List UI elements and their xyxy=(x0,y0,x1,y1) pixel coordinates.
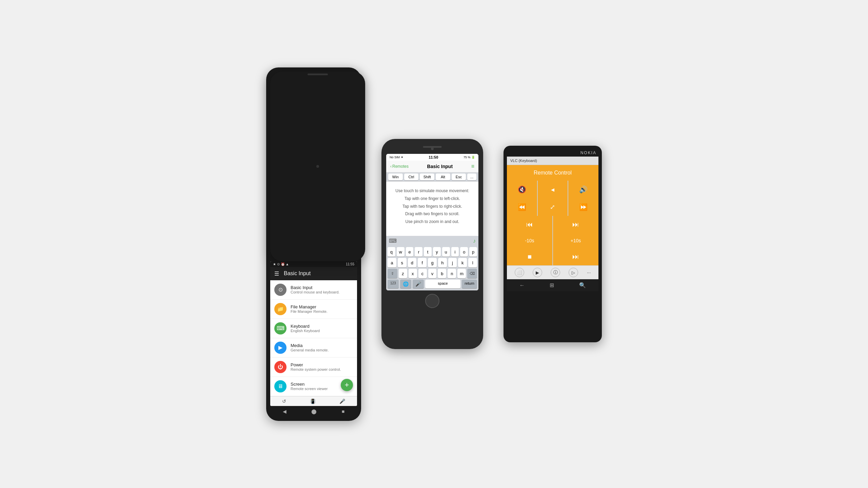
vlc-prev-next-row: ⏮ ⏭ xyxy=(507,216,598,233)
vlc-keyboard-label: VLC (Keyboard) xyxy=(510,159,537,163)
item-name: Media xyxy=(291,343,329,348)
vlc-skip-row: -10s +10s xyxy=(507,233,598,248)
key-t[interactable]: t xyxy=(424,247,432,257)
key-e[interactable]: e xyxy=(406,247,414,257)
nokia-search-icon[interactable]: 🔍 xyxy=(579,282,586,288)
taskbar-screen-icon[interactable]: ⬜ xyxy=(515,268,524,277)
key-w[interactable]: w xyxy=(397,247,405,257)
key-z[interactable]: z xyxy=(399,269,407,278)
item-desc: Remote system power control. xyxy=(291,367,341,371)
key-d[interactable]: d xyxy=(408,258,417,267)
mic-key[interactable]: 🎤 xyxy=(413,280,424,288)
more-keys-button[interactable]: ... xyxy=(467,174,476,180)
music-note-icon[interactable]: ♪ xyxy=(473,238,476,244)
vol-mute-button[interactable]: 🔇 xyxy=(507,181,537,198)
instruction-line-3: Tap with two fingers to right-click. xyxy=(390,203,474,210)
ios-menu-button[interactable]: ≡ xyxy=(471,163,474,169)
key-p[interactable]: p xyxy=(469,247,477,257)
item-name: File Manager xyxy=(291,304,328,309)
space-key[interactable]: space xyxy=(425,280,461,288)
list-item-basic-input[interactable]: ⊙ Basic Input Control mouse and keyboard… xyxy=(270,280,357,300)
next-button[interactable]: ⏭ xyxy=(553,216,598,233)
list-item-keyboard[interactable]: ⌨ Keyboard English Keyboard xyxy=(270,319,357,338)
vol-up-button[interactable]: 🔊 xyxy=(568,181,598,198)
keyboard-bottom-row: 123 🌐 🎤 space return xyxy=(388,280,477,288)
fab-add-button[interactable]: + xyxy=(341,379,353,391)
key-v[interactable]: v xyxy=(428,269,437,278)
key-a[interactable]: a xyxy=(388,258,396,267)
mic-icon[interactable]: 🎤 xyxy=(339,399,345,404)
ios-status-right: 75 % 🔋 xyxy=(463,156,475,159)
taskbar-info-icon[interactable]: ⓘ xyxy=(551,268,560,277)
refresh-icon[interactable]: ↺ xyxy=(282,399,286,404)
key-i[interactable]: i xyxy=(451,247,459,257)
prev-button[interactable]: ⏮ xyxy=(507,216,552,233)
keyboard-toggle-icon[interactable]: ⌨ xyxy=(389,238,397,244)
item-desc: General media remote. xyxy=(291,348,329,352)
key-x[interactable]: x xyxy=(409,269,417,278)
key-h[interactable]: h xyxy=(438,258,447,267)
rewind-button[interactable]: ⏪ xyxy=(507,198,537,216)
vol-up-icon: 🔊 xyxy=(579,185,588,194)
esc-key[interactable]: Esc xyxy=(452,174,466,180)
ios-back-button[interactable]: ‹ Remotes xyxy=(390,164,409,169)
ctrl-key[interactable]: Ctrl xyxy=(404,174,419,180)
list-item-power[interactable]: ⏻ Power Remote system power control. xyxy=(270,358,357,377)
fwd10-button[interactable]: +10s xyxy=(553,233,598,248)
nokia-nav-bar: ← ⊞ 🔍 xyxy=(507,279,598,291)
fast-forward-icon: ⏩ xyxy=(579,203,588,211)
home-nav-icon[interactable]: ⬤ xyxy=(311,409,317,414)
list-item-media[interactable]: ▶ Media General media remote. xyxy=(270,338,357,358)
recents-nav-icon[interactable]: ■ xyxy=(342,409,344,414)
item-desc: Control mouse and keyboard. xyxy=(291,290,339,294)
android-top-bar xyxy=(270,72,365,261)
key-c[interactable]: c xyxy=(418,269,427,278)
vlc-playback-row: ⏪ ⤢ ⏩ xyxy=(507,198,598,216)
key-q[interactable]: q xyxy=(388,247,395,257)
home-button[interactable] xyxy=(425,294,439,308)
taskbar-play-icon[interactable]: ▶ xyxy=(533,268,542,277)
key-s[interactable]: s xyxy=(398,258,407,267)
taskbar-remote-icon[interactable]: ▷ xyxy=(569,268,578,277)
ios-status-time: 11:50 xyxy=(429,155,438,159)
android-bottom-bar: ↺ 📳 🎤 xyxy=(270,396,357,406)
shift-key[interactable]: Shift xyxy=(420,174,434,180)
fullscreen-button[interactable]: ⤢ xyxy=(538,198,568,216)
list-item-file-manager[interactable]: 📁 File Manager File Manager Remote. xyxy=(270,300,357,319)
key-l[interactable]: l xyxy=(468,258,477,267)
win-key[interactable]: Win xyxy=(388,174,403,180)
num-key[interactable]: 123 xyxy=(388,280,399,288)
globe-key[interactable]: 🌐 xyxy=(400,280,411,288)
key-y[interactable]: y xyxy=(433,247,441,257)
iphone-screen: No SIM ✦ 11:50 75 % 🔋 ‹ Remotes Basic In… xyxy=(386,154,478,290)
nokia-back-icon[interactable]: ← xyxy=(519,282,525,288)
delete-key[interactable]: ⌫ xyxy=(467,269,477,278)
key-j[interactable]: j xyxy=(448,258,457,267)
key-o[interactable]: o xyxy=(460,247,468,257)
key-g[interactable]: g xyxy=(428,258,437,267)
return-key[interactable]: return xyxy=(462,280,477,288)
key-k[interactable]: k xyxy=(458,258,467,267)
key-b[interactable]: b xyxy=(438,269,446,278)
taskbar-more-icon[interactable]: ··· xyxy=(587,270,591,275)
play-pause-button[interactable]: ⏭ xyxy=(553,248,598,265)
nokia-top-area: NOKIA xyxy=(507,149,598,157)
nokia-windows-icon[interactable]: ⊞ xyxy=(550,282,554,288)
ios-content-area: Use touch to simulate mouse movement: Ta… xyxy=(386,182,478,236)
key-f[interactable]: f xyxy=(418,258,427,267)
alt-key[interactable]: Alt xyxy=(436,174,450,180)
vibrate-icon[interactable]: 📳 xyxy=(310,399,316,404)
key-r[interactable]: r xyxy=(415,247,422,257)
key-u[interactable]: u xyxy=(442,247,450,257)
stop-button[interactable]: ■ xyxy=(507,248,552,265)
key-m[interactable]: m xyxy=(457,269,466,278)
vol-down-button[interactable]: ◂ xyxy=(538,181,568,198)
back10-button[interactable]: -10s xyxy=(507,233,552,248)
fast-forward-button[interactable]: ⏩ xyxy=(568,198,598,216)
key-n[interactable]: n xyxy=(448,269,456,278)
ios-page-title: Basic Input xyxy=(427,164,453,169)
shift-key-kb[interactable]: ⇧ xyxy=(388,269,397,278)
back-nav-icon[interactable]: ◀ xyxy=(283,409,287,414)
hamburger-icon[interactable]: ☰ xyxy=(274,270,279,277)
back-label: Remotes xyxy=(392,164,409,169)
